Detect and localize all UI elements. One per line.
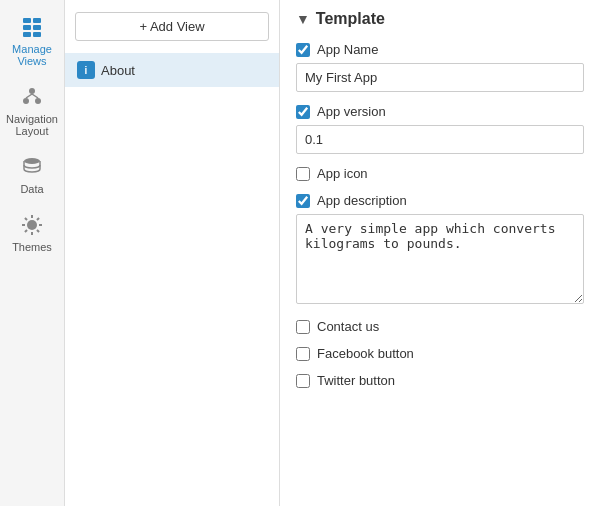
app-version-field: App version [296, 104, 584, 154]
svg-rect-4 [23, 32, 31, 37]
twitter-button-field: Twitter button [296, 373, 584, 388]
views-list: i About [65, 53, 279, 87]
contact-us-field: Contact us [296, 319, 584, 334]
facebook-button-checkbox[interactable] [296, 347, 310, 361]
panel-title-text: Template [316, 10, 385, 28]
facebook-button-field: Facebook button [296, 346, 584, 361]
svg-point-12 [27, 220, 37, 230]
themes-icon [18, 211, 46, 239]
app-name-label: App Name [317, 42, 378, 57]
app-description-checkbox[interactable] [296, 194, 310, 208]
add-view-button[interactable]: + Add View [75, 12, 269, 41]
middle-panel: + Add View i About [65, 0, 280, 506]
svg-line-9 [26, 94, 32, 98]
list-item-label: About [101, 63, 135, 78]
svg-point-11 [24, 158, 40, 164]
sidebar-item-themes[interactable]: Themes [0, 203, 64, 261]
app-description-field: App description A very simple app which … [296, 193, 584, 307]
contact-us-label: Contact us [317, 319, 379, 334]
app-description-textarea[interactable]: A very simple app which converts kilogra… [296, 214, 584, 304]
sidebar-item-label-themes: Themes [12, 241, 52, 253]
app-version-checkbox[interactable] [296, 105, 310, 119]
svg-rect-5 [33, 32, 41, 37]
manage-views-icon [18, 13, 46, 41]
svg-rect-3 [33, 25, 41, 30]
app-name-field: App Name [296, 42, 584, 92]
sidebar-item-label-navigation-layout: Navigation Layout [5, 113, 59, 137]
navigation-layout-icon [18, 83, 46, 111]
sidebar: Manage Views Navigation Layout Data [0, 0, 65, 506]
app-icon-field: App icon [296, 166, 584, 181]
app-version-label: App version [317, 104, 386, 119]
app-icon-label: App icon [317, 166, 368, 181]
app-icon-checkbox[interactable] [296, 167, 310, 181]
right-panel: ▼ Template App Name App version App icon… [280, 0, 600, 506]
sidebar-item-label-manage-views: Manage Views [5, 43, 59, 67]
facebook-button-label: Facebook button [317, 346, 414, 361]
app-version-input[interactable] [296, 125, 584, 154]
sidebar-item-data[interactable]: Data [0, 145, 64, 203]
app-description-label: App description [317, 193, 407, 208]
svg-rect-0 [23, 18, 31, 23]
svg-rect-1 [33, 18, 41, 23]
about-icon: i [77, 61, 95, 79]
list-item[interactable]: i About [65, 53, 279, 87]
contact-us-checkbox[interactable] [296, 320, 310, 334]
twitter-button-checkbox[interactable] [296, 374, 310, 388]
sidebar-item-label-data: Data [20, 183, 43, 195]
svg-line-10 [32, 94, 38, 98]
sidebar-item-navigation-layout[interactable]: Navigation Layout [0, 75, 64, 145]
collapse-arrow-icon[interactable]: ▼ [296, 11, 310, 27]
app-name-input[interactable] [296, 63, 584, 92]
svg-point-7 [23, 98, 29, 104]
svg-point-8 [35, 98, 41, 104]
app-name-checkbox[interactable] [296, 43, 310, 57]
svg-point-6 [29, 88, 35, 94]
twitter-button-label: Twitter button [317, 373, 395, 388]
data-icon [18, 153, 46, 181]
panel-title: ▼ Template [296, 10, 584, 28]
svg-rect-2 [23, 25, 31, 30]
sidebar-item-manage-views[interactable]: Manage Views [0, 5, 64, 75]
